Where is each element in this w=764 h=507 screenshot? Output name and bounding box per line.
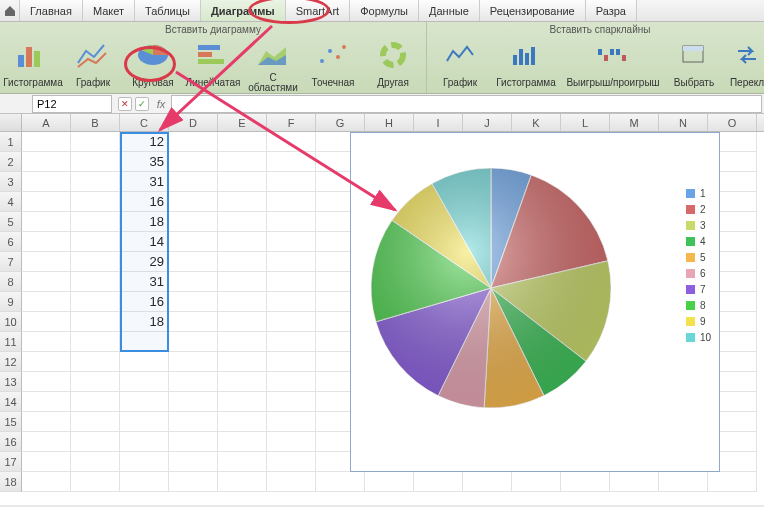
cell[interactable] xyxy=(22,412,71,432)
cell[interactable] xyxy=(463,472,512,492)
row-header[interactable]: 7 xyxy=(0,252,22,272)
cell[interactable] xyxy=(169,352,218,372)
tab-smartart[interactable]: SmartArt xyxy=(286,0,350,21)
insert-line-button[interactable]: График xyxy=(64,36,122,94)
cell[interactable] xyxy=(218,292,267,312)
col-header[interactable]: I xyxy=(414,114,463,131)
cell[interactable] xyxy=(120,472,169,492)
cell[interactable]: 16 xyxy=(120,192,169,212)
cell[interactable] xyxy=(22,392,71,412)
cell[interactable] xyxy=(169,412,218,432)
col-header[interactable]: L xyxy=(561,114,610,131)
cell[interactable]: 14 xyxy=(120,232,169,252)
cell[interactable] xyxy=(22,252,71,272)
cell[interactable] xyxy=(610,472,659,492)
tab-data[interactable]: Данные xyxy=(419,0,480,21)
cell[interactable] xyxy=(120,352,169,372)
cell[interactable] xyxy=(71,232,120,252)
row-header[interactable]: 4 xyxy=(0,192,22,212)
confirm-formula-button[interactable]: ✓ xyxy=(135,97,149,111)
cell[interactable] xyxy=(71,432,120,452)
row-header[interactable]: 11 xyxy=(0,332,22,352)
insert-histogram-button[interactable]: Гистограмма xyxy=(4,36,62,94)
cell[interactable] xyxy=(22,352,71,372)
cell[interactable]: 35 xyxy=(120,152,169,172)
cell[interactable] xyxy=(218,452,267,472)
cell[interactable] xyxy=(267,232,316,252)
cell[interactable] xyxy=(414,472,463,492)
cell[interactable] xyxy=(169,472,218,492)
cell[interactable]: 18 xyxy=(120,212,169,232)
cell[interactable]: 12 xyxy=(120,132,169,152)
row-header[interactable]: 16 xyxy=(0,432,22,452)
cell[interactable] xyxy=(71,472,120,492)
col-header[interactable]: E xyxy=(218,114,267,131)
insert-scatter-button[interactable]: Точечная xyxy=(304,36,362,94)
cell[interactable] xyxy=(561,472,610,492)
cell[interactable] xyxy=(169,292,218,312)
col-header[interactable]: N xyxy=(659,114,708,131)
cell[interactable] xyxy=(71,172,120,192)
cell[interactable] xyxy=(267,332,316,352)
cell[interactable] xyxy=(22,332,71,352)
cell[interactable] xyxy=(267,212,316,232)
cell[interactable] xyxy=(708,472,757,492)
row-header[interactable]: 12 xyxy=(0,352,22,372)
cell[interactable] xyxy=(267,292,316,312)
row-header[interactable]: 2 xyxy=(0,152,22,172)
insert-pie-button[interactable]: Круговая xyxy=(124,36,182,94)
row-header[interactable]: 14 xyxy=(0,392,22,412)
cell[interactable] xyxy=(267,412,316,432)
fx-icon[interactable]: fx xyxy=(153,98,169,110)
cell[interactable] xyxy=(169,192,218,212)
tab-home[interactable]: Главная xyxy=(20,0,83,21)
row-header[interactable]: 17 xyxy=(0,452,22,472)
cell[interactable] xyxy=(169,212,218,232)
cell[interactable] xyxy=(659,472,708,492)
cell[interactable] xyxy=(22,452,71,472)
cell[interactable] xyxy=(22,232,71,252)
switch-button[interactable]: Перекл xyxy=(725,36,764,94)
name-box[interactable]: P12 xyxy=(32,95,112,113)
cell[interactable] xyxy=(267,392,316,412)
cell[interactable] xyxy=(120,452,169,472)
cell[interactable] xyxy=(22,372,71,392)
row-header[interactable]: 18 xyxy=(0,472,22,492)
tab-layout[interactable]: Макет xyxy=(83,0,135,21)
cell[interactable] xyxy=(218,372,267,392)
cell[interactable] xyxy=(267,452,316,472)
spreadsheet-grid[interactable]: 123456789101112131415161718 123531161814… xyxy=(0,132,764,505)
cell[interactable] xyxy=(169,452,218,472)
cell[interactable] xyxy=(22,132,71,152)
cell[interactable] xyxy=(22,272,71,292)
cell[interactable] xyxy=(267,472,316,492)
cell[interactable]: 31 xyxy=(120,272,169,292)
cell[interactable] xyxy=(169,332,218,352)
cell[interactable] xyxy=(169,132,218,152)
cell[interactable] xyxy=(218,152,267,172)
row-header[interactable]: 10 xyxy=(0,312,22,332)
col-header[interactable]: F xyxy=(267,114,316,131)
cell[interactable] xyxy=(218,272,267,292)
tab-charts[interactable]: Диаграммы xyxy=(201,0,286,21)
cell[interactable] xyxy=(218,472,267,492)
cell[interactable] xyxy=(218,132,267,152)
tab-formulas[interactable]: Формулы xyxy=(350,0,419,21)
cell[interactable] xyxy=(169,172,218,192)
cell[interactable] xyxy=(71,192,120,212)
cell[interactable] xyxy=(218,212,267,232)
insert-other-button[interactable]: Другая xyxy=(364,36,422,94)
cell[interactable] xyxy=(71,272,120,292)
pie-chart-object[interactable]: 12345678910 xyxy=(350,132,720,472)
cell[interactable]: 31 xyxy=(120,172,169,192)
cell[interactable] xyxy=(71,252,120,272)
cell[interactable] xyxy=(71,132,120,152)
cell[interactable] xyxy=(267,192,316,212)
col-header[interactable]: J xyxy=(463,114,512,131)
cell[interactable] xyxy=(267,132,316,152)
sparkline-winloss-button[interactable]: Выигрыш/проигрыш xyxy=(563,36,663,94)
cell[interactable] xyxy=(267,152,316,172)
cell[interactable] xyxy=(169,372,218,392)
cell[interactable] xyxy=(120,372,169,392)
cell[interactable] xyxy=(218,352,267,372)
